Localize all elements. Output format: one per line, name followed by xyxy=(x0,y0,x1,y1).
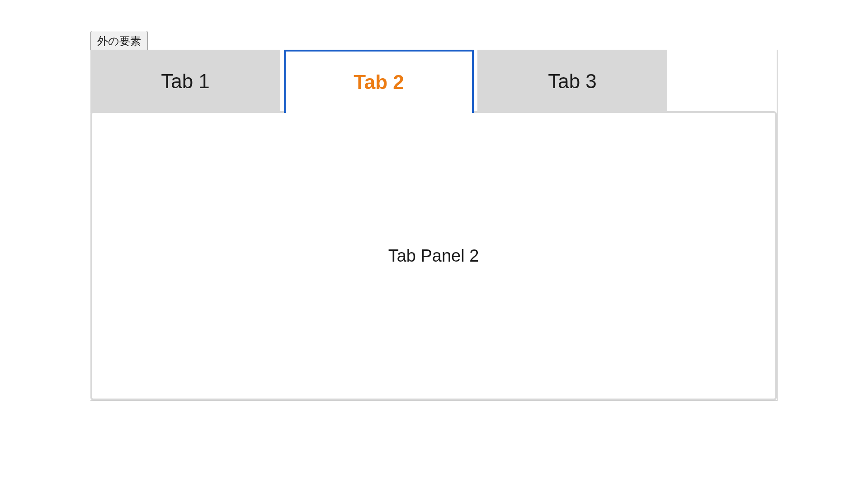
tab-list: Tab 1 Tab 2 Tab 3 xyxy=(90,50,777,113)
tab-demo-container: 外の要素 Tab 1 Tab 2 Tab 3 Tab Panel 2 xyxy=(90,50,778,401)
tab-panel: Tab Panel 2 xyxy=(90,111,777,400)
tab-3[interactable]: Tab 3 xyxy=(477,50,667,113)
tab-1[interactable]: Tab 1 xyxy=(90,50,280,113)
tab-2[interactable]: Tab 2 xyxy=(284,50,474,113)
tab-panel-content: Tab Panel 2 xyxy=(388,246,479,266)
outside-element-button[interactable]: 外の要素 xyxy=(90,31,148,52)
tab-wrapper: Tab 1 Tab 2 Tab 3 Tab Panel 2 xyxy=(90,50,777,400)
